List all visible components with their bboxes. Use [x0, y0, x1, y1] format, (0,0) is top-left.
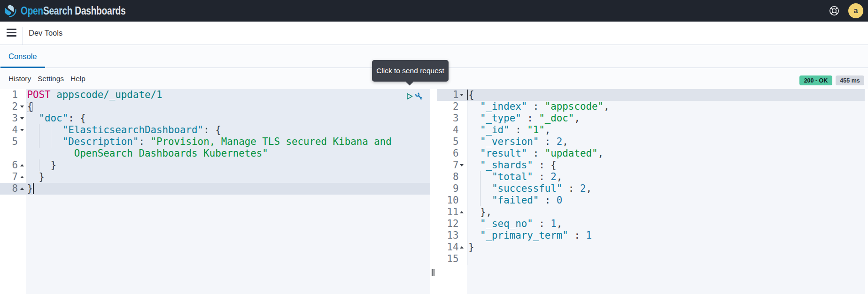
code-token-punct: : { [203, 124, 221, 136]
tooltip-text: Click to send request [376, 67, 444, 75]
fold-up-icon[interactable] [20, 188, 24, 190]
code-token-punct [468, 230, 480, 241]
opensearch-logo[interactable]: OpenSearch Dashboards [5, 0, 155, 22]
fold-down-icon[interactable] [460, 94, 464, 96]
response-output-code-line: "_shards" : { [468, 159, 557, 171]
code-token-key: "_seq_no" [480, 218, 533, 229]
response-output-code-line: { [468, 89, 474, 101]
logo-text-open: Open [21, 4, 43, 17]
grip-bar [434, 269, 434, 276]
code-token-punct: } [27, 159, 57, 171]
code-token-key: "_version" [480, 136, 539, 147]
code-token-punct: : [139, 136, 150, 147]
line-number: 7 [0, 171, 18, 183]
wrench-icon[interactable] [415, 92, 423, 100]
code-token-punct: : [562, 183, 580, 194]
code-token-str: OpenSearch Dashboards Kubernetes" [27, 148, 268, 159]
code-token-punct: : [539, 136, 557, 147]
code-token-punct: } [27, 183, 33, 194]
code-token-punct [27, 113, 39, 124]
line-number: 10 [437, 195, 459, 206]
line-number: 12 [437, 218, 459, 230]
panel-resizer[interactable] [430, 89, 437, 294]
response-scrollbar-track[interactable] [865, 89, 868, 294]
fold-up-icon[interactable] [20, 164, 24, 166]
code-token-key: "_type" [480, 113, 521, 124]
code-token-punct: , [597, 148, 604, 159]
menu-icon-bar [7, 32, 16, 33]
response-output-code-line: }, [468, 206, 492, 218]
logo-text-search: Search [43, 4, 72, 17]
line-number: 3 [437, 113, 459, 124]
menu-icon[interactable] [7, 29, 16, 37]
request-editor-code-line: "Description": "Provision, Manage TLS se… [27, 136, 392, 148]
code-token-num: 2 [580, 183, 586, 194]
code-token-punct: : [527, 101, 545, 112]
line-number: 8 [437, 171, 459, 183]
code-token-punct: , [562, 136, 568, 147]
code-token-num: 1 [550, 218, 557, 229]
logo-text: OpenSearch Dashboards [21, 4, 125, 17]
text-cursor [33, 183, 34, 194]
grip-bar [432, 269, 433, 276]
code-token-punct [27, 136, 62, 147]
request-editor-code-line: } [27, 159, 57, 171]
code-token-punct: { [468, 89, 474, 100]
code-token-punct: : [510, 124, 527, 136]
help-icon[interactable] [829, 6, 839, 16]
fold-down-icon[interactable] [20, 129, 24, 131]
nav-divider [23, 27, 23, 45]
play-icon[interactable] [406, 93, 413, 100]
line-number: 5 [0, 136, 18, 148]
code-token-num: 2 [550, 171, 557, 182]
code-token-punct [468, 171, 492, 182]
menu-icon-bar [7, 35, 16, 37]
line-number: 1 [437, 89, 459, 101]
code-token-key: "_shards" [480, 159, 533, 171]
code-token-key: "total" [492, 171, 533, 182]
opensearch-logo-icon [5, 4, 18, 17]
tab-console[interactable]: Console [0, 45, 45, 68]
settings-menu[interactable]: Settings [38, 68, 64, 89]
response-output-code-line: "successful" : 2, [468, 183, 592, 195]
code-token-punct: : [568, 230, 586, 241]
code-token-num: 0 [557, 195, 563, 206]
code-token-str: "appscode" [545, 101, 604, 112]
fold-up-icon[interactable] [460, 211, 464, 213]
tab-console-label: Console [8, 52, 37, 61]
code-token-key: "failed" [492, 195, 539, 206]
code-token-punct [468, 148, 480, 159]
code-token-punct: : { [68, 113, 86, 124]
code-token-key: "Description" [62, 136, 139, 147]
request-editor-code-line: OpenSearch Dashboards Kubernetes" [27, 148, 268, 159]
menu-icon-bar [7, 29, 16, 30]
history-menu[interactable]: History [8, 68, 31, 89]
fold-down-icon[interactable] [20, 117, 24, 120]
line-number: 9 [437, 183, 459, 195]
code-token-key: "successful" [492, 183, 562, 194]
opensearch-dashboards-dev-tools: OpenSearch Dashboards a Dev Tools Consol… [0, 0, 868, 294]
code-token-punct [468, 113, 480, 124]
line-number: 3 [0, 113, 18, 124]
code-token-punct [468, 218, 480, 229]
fold-up-icon[interactable] [20, 176, 24, 178]
fold-up-icon[interactable] [460, 246, 464, 249]
code-token-num: 2 [557, 136, 563, 147]
response-output-code-line: "total" : 2, [468, 171, 562, 183]
help-menu[interactable]: Help [70, 68, 85, 89]
fold-down-icon[interactable] [20, 106, 24, 108]
line-number: 2 [437, 101, 459, 113]
code-token-punct [468, 183, 492, 194]
user-avatar[interactable]: a [848, 3, 863, 18]
request-editor-code-line: } [27, 183, 33, 195]
response-output-code-line: "_version" : 2, [468, 136, 568, 148]
fold-down-icon[interactable] [460, 164, 464, 166]
response-output-code-line: "_type" : "_doc", [468, 113, 580, 124]
nav-bar: Dev Tools [0, 22, 868, 45]
code-token-key: "_index" [480, 101, 527, 112]
code-token-punct: : [533, 171, 551, 182]
code-token-key: "result" [480, 148, 527, 159]
response-status-badge: 200 - OK [799, 75, 832, 85]
response-gutter-border [467, 89, 467, 265]
code-token-punct [51, 89, 57, 100]
